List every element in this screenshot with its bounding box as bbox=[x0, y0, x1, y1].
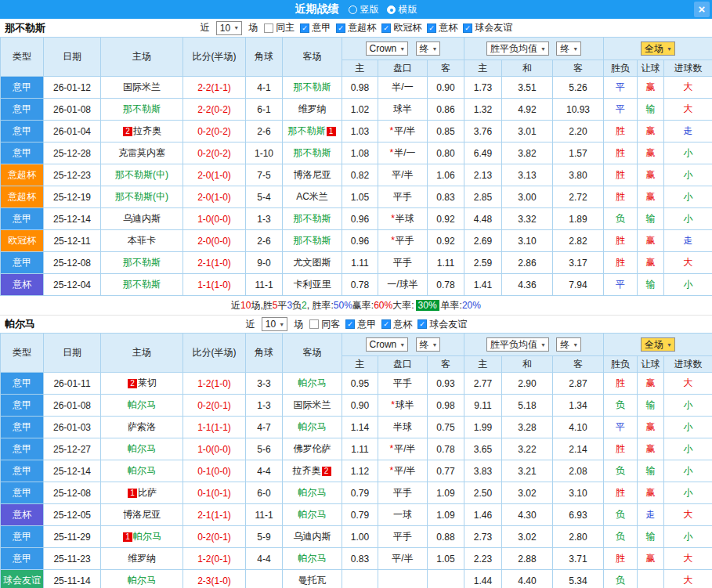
handicap-text: 平/半 bbox=[392, 169, 413, 180]
asia-odds-header: Crown▼ 终▼ bbox=[342, 38, 464, 60]
league-filter-checkbox[interactable]: ✓意杯 bbox=[381, 318, 412, 331]
final-odds-select[interactable]: 终▼ bbox=[556, 337, 581, 352]
team-cell: 维罗纳 bbox=[101, 548, 183, 570]
date-cell: 25-11-23 bbox=[44, 548, 101, 570]
goals-result-cell: 大 bbox=[664, 548, 712, 570]
avg-odds-select[interactable]: 胜平负均值▼ bbox=[486, 41, 549, 56]
team-name-text: 维罗纳 bbox=[298, 103, 327, 114]
bookmaker-select[interactable]: Crown▼ bbox=[366, 337, 409, 352]
asia-home-odds-cell: 1.11 bbox=[342, 438, 378, 460]
score-cell: 0-1(0-1) bbox=[183, 482, 246, 504]
eu-away-odds-cell: 2.72 bbox=[553, 186, 604, 208]
final-odds-select[interactable]: 终▼ bbox=[556, 41, 581, 56]
asia-away-odds-cell: 1.09 bbox=[428, 504, 464, 526]
asia-home-odds-cell: 0.95 bbox=[342, 373, 378, 395]
match-row: 意甲26-01-03萨索洛1-1(1-1)4-7帕尔马1.14半球0.751.9… bbox=[1, 417, 712, 438]
eu-draw-odds-cell: 4.92 bbox=[502, 99, 553, 121]
star-mark: * bbox=[391, 399, 395, 410]
close-button[interactable]: × bbox=[694, 2, 710, 17]
league-filter-checkbox[interactable]: ✓意杯 bbox=[427, 21, 457, 34]
goals-result-cell: 小 bbox=[664, 526, 712, 548]
near-label: 近 bbox=[201, 21, 210, 34]
near-label: 近 bbox=[246, 318, 255, 331]
eu-home-odds-cell: 3.83 bbox=[464, 460, 502, 482]
handicap-cell: 半/一 bbox=[378, 77, 428, 99]
eu-draw-odds-cell: 4.30 bbox=[502, 504, 553, 526]
red-card-badge: 2 bbox=[128, 379, 137, 388]
handicap-text: 平/半 bbox=[394, 465, 415, 476]
league-filter-checkbox[interactable]: 同主 bbox=[264, 21, 295, 34]
league-type-cell: 意甲 bbox=[1, 252, 44, 274]
eu-home-odds-cell: 2.73 bbox=[464, 526, 502, 548]
asia-away-odds-cell: 1.09 bbox=[428, 482, 464, 504]
view-mode-radio[interactable]: 横版 bbox=[387, 3, 417, 16]
team-cell: 萨索洛 bbox=[101, 417, 183, 438]
match-row: 意甲26-01-112莱切1-2(1-0)3-3帕尔马0.95平手0.932.7… bbox=[1, 373, 712, 395]
eu-away-odds-cell: 1.34 bbox=[553, 395, 604, 417]
corner-cell: 1-3 bbox=[246, 208, 283, 230]
summary-part: 2 bbox=[302, 300, 307, 311]
final-odds-select[interactable]: 终▼ bbox=[416, 337, 441, 352]
match-row: 球会友谊25-11-14帕尔马2-3(1-0)曼托瓦1.444.405.34负大 bbox=[1, 570, 712, 588]
result-cell: 胜 bbox=[604, 186, 638, 208]
date-cell: 26-01-04 bbox=[44, 121, 101, 142]
col-corner: 角球 bbox=[246, 38, 283, 77]
league-filter-checkbox[interactable]: ✓意甲 bbox=[345, 318, 376, 331]
team-name-text: 国际米兰 bbox=[123, 81, 161, 92]
corner-cell: 6-0 bbox=[246, 482, 283, 504]
scope-header: 全场▼ bbox=[604, 334, 712, 356]
goals-result-cell: 小 bbox=[664, 164, 712, 186]
eu-draw-odds-cell: 3.32 bbox=[502, 208, 553, 230]
final-odds-select[interactable]: 终▼ bbox=[416, 41, 441, 56]
avg-odds-select[interactable]: 胜平负均值▼ bbox=[486, 337, 549, 352]
team-name-text: 帕尔马 bbox=[298, 487, 327, 498]
near-count-select[interactable]: 10▼ bbox=[262, 317, 287, 331]
league-filter-checkbox[interactable]: ✓球会友谊 bbox=[463, 21, 512, 34]
league-filter-checkbox[interactable]: ✓意甲 bbox=[300, 21, 331, 34]
checkbox-label: 意超杯 bbox=[348, 21, 376, 34]
col-score: 比分(半场) bbox=[183, 38, 246, 77]
col-score: 比分(半场) bbox=[183, 334, 246, 373]
eu-home-odds-cell: 2.13 bbox=[464, 164, 502, 186]
scope-select[interactable]: 全场▼ bbox=[641, 337, 675, 352]
handicap-result-cell: 赢 bbox=[638, 121, 664, 142]
scope-select[interactable]: 全场▼ bbox=[641, 41, 675, 56]
handicap-cell: *平手 bbox=[378, 230, 428, 252]
league-filter-checkbox[interactable]: ✓意超杯 bbox=[336, 21, 376, 34]
league-filter-checkbox[interactable]: ✓球会友谊 bbox=[417, 318, 467, 331]
league-filter-checkbox[interactable]: 同客 bbox=[309, 318, 340, 331]
eu-home-odds-cell: 6.49 bbox=[464, 142, 502, 164]
league-filter-checkbox[interactable]: ✓欧冠杯 bbox=[381, 21, 421, 34]
asia-away-odds-cell: 1.11 bbox=[428, 252, 464, 274]
handicap-result-cell: 输 bbox=[638, 99, 664, 121]
view-mode-radio[interactable]: 竖版 bbox=[349, 3, 379, 16]
result-cell: 负 bbox=[604, 570, 638, 588]
chevron-down-icon: ▼ bbox=[573, 46, 578, 52]
match-row: 意甲25-12-14乌迪内斯1-0(0-0)1-3那不勒斯0.96*半球0.92… bbox=[1, 208, 712, 230]
eu-draw-odds-cell: 3.10 bbox=[502, 230, 553, 252]
eu-draw-odds-cell: 2.90 bbox=[502, 373, 553, 395]
col-handicap-result: 让球 bbox=[638, 60, 664, 77]
team-cell: 帕尔马 bbox=[101, 438, 183, 460]
handicap-text: 平/半 bbox=[394, 443, 415, 454]
summary-part: , 胜率: bbox=[307, 299, 334, 312]
checkbox-label: 同客 bbox=[321, 318, 340, 331]
match-row: 意超杯25-12-19那不勒斯(中)2-0(1-0)5-4AC米兰1.05平手0… bbox=[1, 186, 712, 208]
team-name-text: 拉齐奥 bbox=[293, 465, 321, 476]
near-count-select[interactable]: 10▼ bbox=[216, 21, 242, 35]
team-name-text: 那不勒斯 bbox=[123, 103, 161, 114]
corner-cell: 5-9 bbox=[246, 526, 283, 548]
eu-home-odds-cell: 3.76 bbox=[464, 121, 502, 142]
result-cell: 胜 bbox=[604, 230, 638, 252]
checkbox-icon bbox=[309, 319, 319, 329]
score-cell: 2-0(1-0) bbox=[183, 164, 246, 186]
eu-away-odds-cell: 3.17 bbox=[553, 252, 604, 274]
eu-away-odds-cell: 2.08 bbox=[553, 460, 604, 482]
team-cell: 国际米兰 bbox=[101, 77, 183, 99]
bookmaker-select[interactable]: Crown▼ bbox=[366, 41, 409, 56]
eu-away-odds-cell: 7.94 bbox=[553, 274, 604, 296]
eu-draw-odds-cell: 3.01 bbox=[502, 121, 553, 142]
date-cell: 25-11-29 bbox=[44, 526, 101, 548]
parma-section: 帕尔马 近10▼场同客✓意甲✓意杯✓球会友谊 类型 日期 主场 比分(半场) 角… bbox=[0, 315, 712, 588]
handicap-cell: *球半 bbox=[378, 395, 428, 417]
